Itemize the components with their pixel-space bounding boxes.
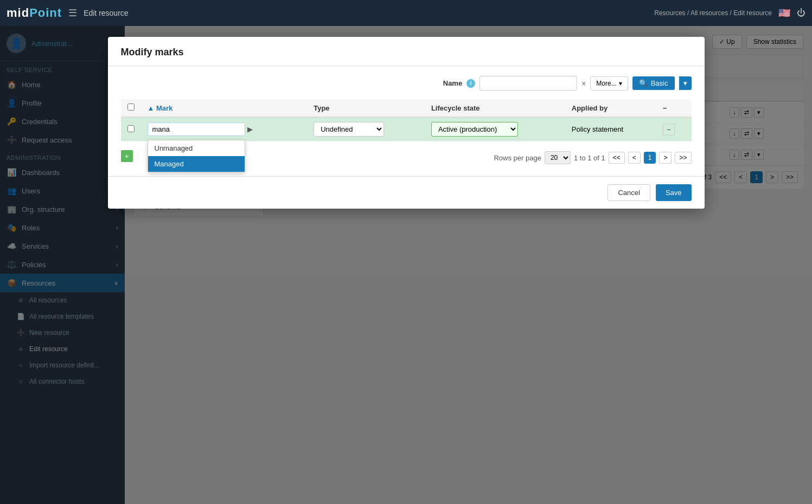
modal-table: ▲ Mark Type Lifecycle state Applied by − [121, 99, 692, 141]
modal-search-bar: Name i × More... ▾ 🔍 Basic ▾ [121, 76, 692, 91]
modal-th-mark[interactable]: ▲ Mark [141, 99, 308, 117]
add-row-button[interactable]: + [121, 150, 133, 162]
modal-next-page[interactable]: > [659, 152, 672, 164]
modal-select-all[interactable] [127, 104, 135, 111]
modal-row-mark: ▶ Unmanaged Managed [141, 117, 308, 141]
search-icon: 🔍 [639, 79, 648, 87]
topbar-title: Edit resource [84, 9, 648, 17]
modal-first-page[interactable]: << [609, 152, 625, 164]
modal-page-1[interactable]: 1 [644, 152, 656, 164]
modal-row-type: Undefined [307, 117, 425, 141]
cancel-button[interactable]: Cancel [608, 184, 650, 201]
modal-th-minus: − [656, 99, 692, 117]
modal-search-clear[interactable]: × [581, 79, 586, 88]
modal-more-button[interactable]: More... ▾ [590, 76, 628, 91]
modal-rows-per-page-label: Rows per page [494, 154, 541, 162]
logo: midPoint [7, 6, 62, 20]
modal-name-label: Name [443, 79, 462, 87]
modal-sort-icon: ▲ [148, 104, 155, 112]
mark-cell-wrapper: ▶ Unmanaged Managed [148, 122, 301, 136]
modal-table-header: ▲ Mark Type Lifecycle state Applied by − [121, 99, 692, 117]
modal-row-checkbox [121, 117, 141, 141]
modal-more-arrow: ▾ [619, 80, 622, 87]
modal-search-btn-label: Basic [651, 79, 668, 87]
mark-dropdown: Unmanaged Managed [148, 140, 245, 172]
dropdown-unmanaged[interactable]: Unmanaged [148, 140, 245, 156]
mark-pointer-icon[interactable]: ▶ [247, 125, 253, 133]
topbar: midPoint ☰ Edit resource Resources / All… [0, 0, 812, 26]
modal-row-minus: − [656, 117, 692, 141]
modal-header: Modify marks [108, 37, 705, 66]
type-select[interactable]: Undefined [314, 122, 384, 137]
lifecycle-select[interactable]: Active (production) [431, 122, 518, 137]
modal-row-minus-btn[interactable]: − [663, 124, 675, 135]
modal-rows-per-page[interactable]: 20 [545, 151, 571, 164]
modal-th-type: Type [307, 99, 425, 117]
flag-icon[interactable]: 🇺🇸 [778, 7, 790, 19]
modal-body: Name i × More... ▾ 🔍 Basic ▾ [108, 66, 705, 176]
modal-footer: Cancel Save [108, 176, 705, 209]
modal-row-select[interactable] [127, 125, 135, 132]
topbar-right: Resources / All resources / Edit resourc… [654, 7, 805, 19]
modal-overlay: Modify marks Name i × More... ▾ 🔍 Basic … [0, 26, 812, 504]
breadcrumb: Resources / All resources / Edit resourc… [654, 9, 772, 17]
modal-th-checkbox [121, 99, 141, 117]
modal-pagination: Rows per page 20 1 to 1 of 1 << < 1 > >> [494, 146, 691, 166]
modal: Modify marks Name i × More... ▾ 🔍 Basic … [108, 37, 705, 209]
modal-last-page[interactable]: >> [675, 152, 691, 164]
modal-title: Modify marks [121, 47, 692, 58]
save-button[interactable]: Save [656, 184, 692, 201]
power-icon[interactable]: ⏻ [797, 8, 805, 18]
modal-basic-btn[interactable]: ▾ [679, 76, 692, 90]
modal-page-info: 1 to 1 of 1 [574, 154, 605, 162]
dropdown-managed[interactable]: Managed [148, 156, 245, 172]
mark-input[interactable] [148, 122, 245, 136]
modal-th-mark-label: Mark [156, 104, 172, 112]
modal-search-input[interactable] [479, 76, 577, 91]
modal-row-lifecycle: Active (production) [425, 117, 565, 141]
modal-table-row: ▶ Unmanaged Managed Unde [121, 117, 692, 141]
modal-name-info[interactable]: i [466, 79, 475, 88]
modal-search-button[interactable]: 🔍 Basic [632, 76, 675, 90]
menu-icon[interactable]: ☰ [68, 7, 77, 19]
modal-more-label: More... [596, 80, 616, 87]
modal-th-lifecycle: Lifecycle state [425, 99, 565, 117]
modal-prev-page[interactable]: < [628, 152, 641, 164]
modal-th-applied: Applied by [565, 99, 656, 117]
modal-row-applied: Policy statement [565, 117, 656, 141]
